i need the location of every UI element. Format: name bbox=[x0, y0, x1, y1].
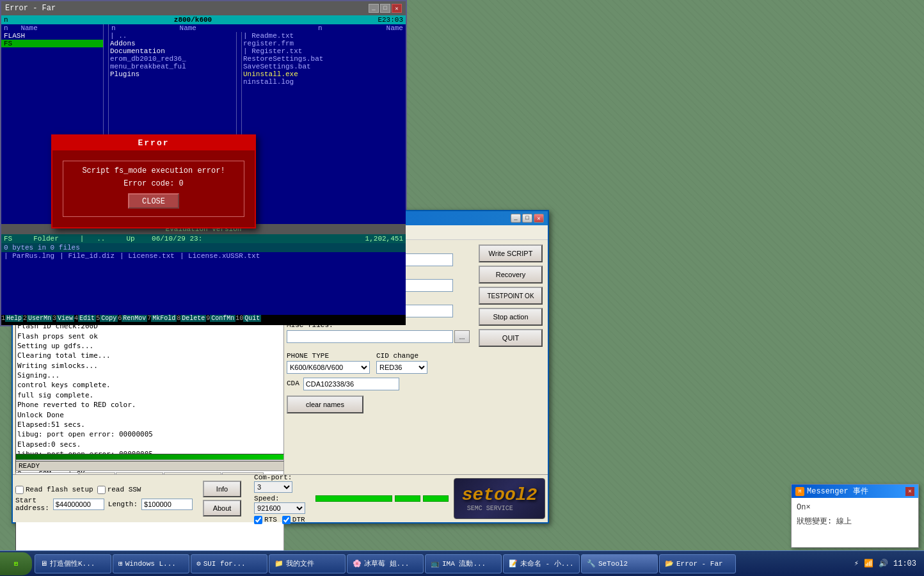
taskbar-ima[interactable]: 📺 IMA 流動... bbox=[425, 554, 502, 573]
taskbar-setool[interactable]: 🔧 SeTool2 bbox=[581, 554, 658, 573]
far-right-right-panel: | Readme.txt register.frm | Register.txt… bbox=[242, 32, 406, 224]
far-item-fs[interactable]: FS bbox=[1, 40, 103, 47]
testpoint-btn[interactable]: TESTPOINT OK bbox=[479, 287, 543, 305]
read-flash-checkbox[interactable] bbox=[15, 486, 24, 494]
far-f10[interactable]: 10Quit bbox=[235, 315, 261, 325]
far-file-uninstall[interactable]: Uninstall.exe bbox=[243, 70, 404, 78]
bottom-section: Read flash setup read SSW Start address:… bbox=[13, 474, 548, 522]
far-erom[interactable]: erom_db2010_red36_ bbox=[110, 55, 235, 63]
error-close-btn[interactable]: CLOSE bbox=[128, 193, 179, 209]
taskbar-unnamed[interactable]: 📝 未命名 - 小... bbox=[503, 554, 580, 573]
far-maximize-btn[interactable]: □ bbox=[380, 4, 390, 13]
error-border: Script fs_mode execution error! Error co… bbox=[63, 161, 244, 217]
taskbar-mydocs[interactable]: 📁 我的文件 bbox=[269, 554, 346, 573]
error-message2: Error code: 0 bbox=[68, 179, 239, 188]
far-file-registertxt[interactable]: | Register.txt bbox=[243, 47, 404, 55]
far-documentation[interactable]: Documentation bbox=[110, 47, 235, 55]
far-divider bbox=[104, 24, 109, 32]
speed-label: Speed: bbox=[254, 495, 280, 502]
write-script-btn[interactable]: Write SCRIPT bbox=[479, 244, 543, 262]
far-addons[interactable]: Addons bbox=[110, 40, 235, 47]
far-item-flash[interactable]: FLASH bbox=[1, 32, 103, 40]
far-extra-fileid[interactable]: | File_id.diz bbox=[60, 252, 115, 260]
minimize-button[interactable]: _ bbox=[511, 214, 521, 223]
far-extra-license[interactable]: | License.txt bbox=[120, 252, 175, 260]
comport-select[interactable]: 3 bbox=[254, 481, 292, 493]
taskbar-right: ⚡ 📶 🔊 11:03 bbox=[854, 559, 924, 568]
recovery-btn[interactable]: Recovery bbox=[479, 266, 543, 284]
start-button[interactable]: ⊞ bbox=[0, 552, 32, 575]
start-address-input[interactable] bbox=[53, 499, 104, 510]
dtr-checkbox[interactable] bbox=[282, 516, 291, 524]
taskbar-icegrass[interactable]: 🌸 冰草莓 姐... bbox=[347, 554, 424, 573]
far-extra-parrus[interactable]: | ParRus.lng bbox=[4, 252, 54, 260]
messenger-titlebar[interactable]: M Messenger 事件 ✕ bbox=[792, 484, 918, 498]
misc-files-browse-btn[interactable]: ... bbox=[454, 330, 470, 343]
far-f2[interactable]: 2UserMn bbox=[23, 315, 52, 325]
about-btn[interactable]: About bbox=[203, 500, 241, 516]
length-input[interactable] bbox=[141, 499, 193, 510]
cda-input[interactable] bbox=[303, 378, 399, 390]
read-ssw-checkbox[interactable] bbox=[97, 486, 106, 494]
far-close-btn[interactable]: ✕ bbox=[392, 4, 402, 13]
speed-select[interactable]: 921600 bbox=[254, 502, 305, 514]
taskbar-far[interactable]: 📂 Error - Far bbox=[659, 554, 736, 573]
taskbar-打造[interactable]: 🖥 打造個性K... bbox=[35, 554, 111, 573]
start-icon: ⊞ bbox=[14, 560, 18, 568]
rts-label[interactable]: RTS bbox=[254, 516, 277, 524]
far-f5[interactable]: 5Copy bbox=[96, 315, 118, 325]
far-f9[interactable]: 9ConfMn bbox=[206, 315, 235, 325]
taskbar-btn-icon-5: 🌸 bbox=[353, 559, 362, 568]
messenger-window: M Messenger 事件 ✕ On× 狀態變更: 線上 bbox=[791, 484, 919, 548]
dtr-label[interactable]: DTR bbox=[282, 516, 305, 524]
info-btn[interactable]: Info bbox=[203, 481, 241, 497]
far-minimize-btn[interactable]: _ bbox=[369, 4, 379, 13]
misc-files-input[interactable] bbox=[287, 330, 453, 343]
far-menu[interactable]: menu_breakbeat_ful bbox=[110, 63, 235, 70]
far-dotdot[interactable]: | .. bbox=[110, 32, 235, 40]
taskbar-btn-icon-8: 🔧 bbox=[587, 559, 596, 568]
far-titlebar[interactable]: Error - Far _ □ ✕ bbox=[1, 1, 406, 15]
far-file-readme[interactable]: | Readme.txt bbox=[243, 32, 404, 40]
taskbar-btn-icon-6: 📺 bbox=[431, 559, 440, 568]
far-f6[interactable]: 6RenMov bbox=[118, 315, 147, 325]
far-position: E23:03 bbox=[378, 16, 403, 24]
far-f7[interactable]: 7MkFold bbox=[147, 315, 177, 325]
read-ssw-label[interactable]: read SSW bbox=[97, 486, 141, 494]
error-title: Error bbox=[52, 136, 255, 150]
read-flash-label[interactable]: Read flash setup bbox=[15, 486, 93, 494]
far-extra-licensexussr[interactable]: | License.xUSSR.txt bbox=[180, 252, 260, 260]
far-f4[interactable]: 4Edit bbox=[74, 315, 96, 325]
messenger-close-btn[interactable]: ✕ bbox=[905, 487, 914, 496]
progress-bar bbox=[15, 454, 284, 460]
taskbar-btn-icon-1: 🖥 bbox=[40, 559, 47, 568]
quit-btn[interactable]: QUIT bbox=[479, 329, 543, 347]
far-file-ninstall[interactable]: ninstall.log bbox=[243, 78, 404, 86]
phone-type-select[interactable]: K600/K608/V600 bbox=[287, 361, 370, 374]
far-file-registerfrm[interactable]: register.frm bbox=[243, 40, 404, 47]
comport-section: Com-port: 3 Speed: 921600 RTS bbox=[254, 474, 305, 524]
maximize-button[interactable]: □ bbox=[522, 214, 532, 223]
far-funckeys: 1Help 2UserMn 3View 4Edit 5Copy 6RenMov … bbox=[1, 315, 406, 325]
status-bar: READY bbox=[15, 461, 284, 471]
far-f8[interactable]: 8Delete bbox=[177, 315, 206, 325]
taskbar-sui[interactable]: ⚙ SUI for... bbox=[191, 554, 267, 573]
far-f3[interactable]: 3View bbox=[52, 315, 74, 325]
rts-checkbox[interactable] bbox=[254, 516, 262, 524]
close-button[interactable]: ✕ bbox=[534, 214, 544, 223]
far-plugins[interactable]: Plugins bbox=[110, 70, 235, 78]
clear-names-btn[interactable]: clear names bbox=[287, 396, 363, 413]
far-f1[interactable]: 1Help bbox=[1, 315, 23, 325]
comport-label: Com-port: bbox=[254, 474, 292, 481]
cid-change-select[interactable]: RED36 bbox=[376, 361, 427, 374]
messenger-icon: M bbox=[795, 487, 804, 496]
far-right-header: n Name n Name bbox=[109, 24, 406, 32]
stop-action-btn[interactable]: Stop action bbox=[479, 308, 543, 326]
setool-title-buttons: _ □ ✕ bbox=[511, 214, 544, 223]
error-dialog: Error Script fs_mode execution error! Er… bbox=[51, 134, 256, 228]
taskbar-windows[interactable]: ⊞ Windows L... bbox=[113, 554, 189, 573]
bottom-progress3 bbox=[423, 495, 449, 502]
taskbar-btn-icon-9: 📂 bbox=[665, 559, 674, 568]
far-file-restore[interactable]: RestoreSettings.bat bbox=[243, 55, 404, 63]
far-file-save[interactable]: SaveSettings.bat bbox=[243, 63, 404, 70]
